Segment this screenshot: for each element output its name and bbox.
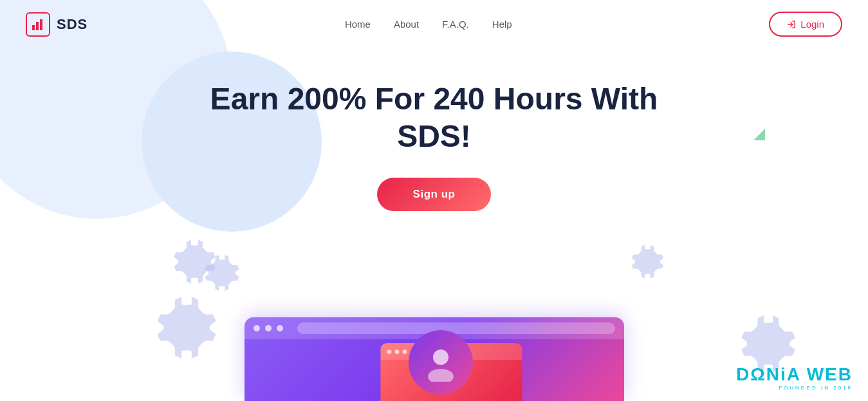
logo-icon [26,12,50,37]
nav-links: Home About F.A.Q. Help [345,19,512,30]
browser-dot-1 [254,325,260,331]
svg-point-9 [188,255,201,268]
svg-rect-2 [40,19,42,30]
gear-icon-left-medium [167,234,222,292]
browser-dot-s2 [394,350,399,354]
nav-item-about[interactable]: About [394,19,419,30]
login-button[interactable]: Login [769,12,842,37]
gear-icon-right-small [627,241,669,285]
hero-section: Earn 200% For 240 Hours With SDS! Sign u… [0,48,868,224]
svg-point-15 [428,369,454,382]
nav-item-faq[interactable]: F.A.Q. [442,19,469,30]
nav-item-home[interactable]: Home [345,19,371,30]
svg-rect-0 [32,25,35,30]
signup-button[interactable]: Sign up [377,178,492,211]
browser-dot-3 [277,325,283,331]
nav-item-help[interactable]: Help [492,19,512,30]
browser-dot-s3 [402,350,407,354]
gear-icon-left-large [148,289,225,369]
login-label: Login [800,19,824,30]
nav-link-home[interactable]: Home [345,19,371,30]
browser-dot-2 [265,325,272,331]
svg-point-5 [178,319,196,337]
logo-area[interactable]: SDS [26,12,88,37]
person-icon [421,343,460,382]
svg-rect-1 [36,22,39,30]
donia-web-founded: FOUNDED IN 2018 [779,385,853,391]
logo-text: SDS [57,16,88,33]
nav-link-about[interactable]: About [394,19,419,30]
sign-in-icon [787,20,796,29]
hero-title: Earn 200% For 240 Hours With SDS! [209,80,660,154]
svg-point-13 [643,257,653,267]
nav-link-faq[interactable]: F.A.Q. [442,19,469,30]
browser-dot-s1 [387,350,391,354]
chart-bar-icon [31,17,45,32]
donia-web-branding: DΩNiA WEB FOUNDED IN 2018 [736,366,853,391]
svg-point-11 [760,335,777,352]
svg-point-14 [433,350,448,365]
donia-web-logo: DΩNiA WEB [736,366,853,384]
nav-link-help[interactable]: Help [492,19,512,30]
avatar-circle-illustration [409,330,473,395]
navbar: SDS Home About F.A.Q. Help Login [0,0,868,48]
browser-url-bar [297,322,615,334]
